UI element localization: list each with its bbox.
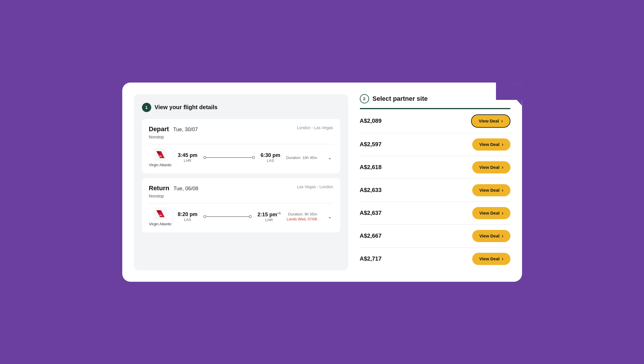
return-title-block: Return Tue, 06/08 (149, 184, 198, 192)
deal-row: A$2,597View Deal› (360, 133, 510, 156)
step1-title: View your flight details (155, 104, 218, 111)
partner-site-panel: 2 Select partner site A$2,089View Deal›A… (360, 94, 510, 270)
step1-header: 1 View your flight details (142, 103, 340, 112)
virgin-atlantic-logo-depart: VA (154, 148, 167, 161)
return-stop: Nonstop (149, 194, 333, 198)
deal-row: A$2,089View Deal› (360, 109, 510, 133)
depart-stop: Nonstop (149, 135, 333, 139)
deal-price: A$2,667 (360, 233, 382, 239)
depart-dot-left (203, 156, 206, 159)
deal-price: A$2,717 (360, 255, 382, 262)
deal-price: A$2,637 (360, 210, 382, 216)
depart-date: Tue, 30/07 (173, 127, 198, 132)
deal-price: A$2,089 (360, 118, 382, 124)
view-deal-button[interactable]: View Deal› (472, 207, 510, 219)
deal-row: A$2,717View Deal› (360, 248, 510, 270)
depart-line (206, 157, 252, 158)
depart-airline-name: Virgin Atlantic (149, 163, 172, 167)
depart-expand-button[interactable]: ⌄ (326, 153, 333, 162)
return-flight-line (203, 215, 252, 218)
chevron-right-icon: › (502, 233, 503, 239)
depart-card: Depart Tue, 30/07 London - Las Vegas Non… (142, 119, 340, 173)
chevron-right-icon: › (502, 165, 503, 170)
return-route: Las Vegas - London (297, 184, 333, 189)
view-deal-label: View Deal (479, 165, 499, 170)
return-departure-time: 8:20 pm LAS (178, 211, 198, 222)
step2-title: Select partner site (373, 95, 428, 103)
chevron-right-icon: › (502, 211, 503, 216)
view-deal-label: View Deal (479, 142, 499, 147)
view-deal-label: View Deal (479, 233, 499, 238)
return-duration: Duration: 9h 55m Lands Wed, 07/08 (287, 212, 317, 221)
return-airline: VA Virgin Atlantic (149, 207, 172, 226)
return-superscript: +1 (277, 211, 281, 215)
deal-row: A$2,637View Deal› (360, 202, 510, 225)
view-deal-button[interactable]: View Deal› (471, 114, 510, 128)
depart-flight-line (203, 156, 255, 159)
depart-airline: VA Virgin Atlantic (149, 148, 172, 167)
view-deal-button[interactable]: View Deal› (472, 253, 510, 265)
view-deal-button[interactable]: View Deal› (472, 184, 510, 196)
depart-departure-time: 3:45 pm LHR (178, 152, 198, 163)
return-divider (149, 203, 333, 203)
depart-duration: Duration: 10h 45m (286, 156, 317, 160)
return-date: Tue, 06/08 (174, 186, 198, 191)
view-deal-button[interactable]: View Deal› (472, 138, 510, 151)
layout: 1 View your flight details Depart Tue, 3… (134, 94, 510, 270)
return-arrival-time-text: 2:15 pm+1 (258, 211, 281, 218)
view-deal-button[interactable]: View Deal› (472, 161, 510, 173)
chevron-right-icon: › (502, 256, 503, 261)
deal-row: A$2,633View Deal› (360, 179, 510, 202)
view-deal-label: View Deal (479, 188, 499, 193)
return-line (206, 216, 249, 217)
chevron-right-icon: › (502, 188, 503, 193)
deal-price: A$2,633 (360, 187, 382, 193)
main-card: 1 View your flight details Depart Tue, 3… (122, 83, 522, 282)
return-dot-right (249, 215, 252, 218)
depart-route: London - Las Vegas (297, 125, 333, 130)
depart-details: VA Virgin Atlantic 3:45 pm LHR 6:3 (149, 148, 333, 167)
deals-list: A$2,089View Deal›A$2,597View Deal›A$2,61… (360, 109, 510, 270)
view-deal-label: View Deal (479, 118, 499, 123)
depart-label: Depart (149, 125, 169, 133)
deal-row: A$2,667View Deal› (360, 225, 510, 248)
view-deal-button[interactable]: View Deal› (472, 230, 510, 242)
view-deal-label: View Deal (479, 211, 499, 215)
depart-dot-right (252, 156, 255, 159)
chevron-right-icon: › (501, 118, 503, 124)
return-card: Return Tue, 06/08 Las Vegas - London Non… (142, 178, 340, 233)
return-label: Return (149, 184, 169, 192)
return-arrival-time: 2:15 pm+1 LHR (258, 211, 281, 222)
depart-divider (149, 144, 333, 144)
deal-price: A$2,597 (360, 141, 382, 148)
view-deal-label: View Deal (479, 256, 499, 261)
deal-row: A$2,618View Deal› (360, 156, 510, 179)
step1-badge: 1 (142, 103, 151, 112)
return-header: Return Tue, 06/08 Las Vegas - London (149, 184, 333, 192)
svg-text:VA: VA (159, 155, 162, 157)
step2-badge: 2 (360, 94, 369, 103)
return-lands-note: Lands Wed, 07/08 (287, 217, 317, 221)
deal-price: A$2,618 (360, 164, 382, 171)
return-details: VA Virgin Atlantic 8:20 pm LAS (149, 207, 333, 226)
return-dot-left (203, 215, 206, 218)
depart-title-block: Depart Tue, 30/07 (149, 125, 198, 133)
depart-header: Depart Tue, 30/07 London - Las Vegas (149, 125, 333, 133)
return-expand-button[interactable]: ⌄ (326, 212, 333, 221)
step2-header: 2 Select partner site (360, 94, 510, 103)
flight-details-panel: 1 View your flight details Depart Tue, 3… (134, 94, 348, 270)
return-airline-name: Virgin Atlantic (149, 222, 172, 226)
depart-arrival-time: 6:30 pm LAS (261, 152, 280, 163)
virgin-atlantic-logo-return: VA (154, 207, 167, 220)
svg-text:VA: VA (159, 214, 162, 216)
chevron-right-icon: › (502, 142, 503, 147)
